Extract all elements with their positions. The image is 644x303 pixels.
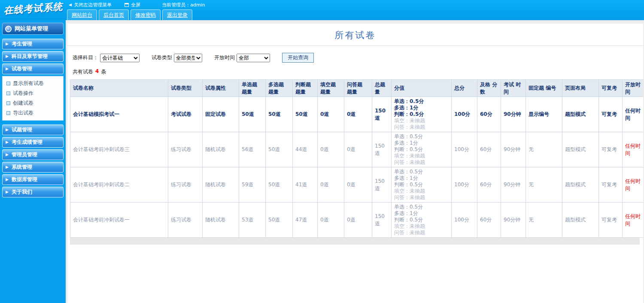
close-left-menu-button[interactable]: ◀ 关闭左边管理菜单 [69, 2, 112, 8]
arrow-icon: ▶ [6, 190, 9, 194]
column-header: 可复考 [599, 80, 623, 97]
cell-attribute: 固定试卷 [203, 97, 239, 132]
sidebar-item[interactable]: ▶系统管理 [2, 162, 64, 173]
cell-multi: 50道 [266, 132, 293, 167]
sidebar-menu: ▶考生管理▶科目及章节管理▶试卷管理显示所有试卷试卷操作创建试卷导出试卷▶试题管… [0, 39, 66, 197]
column-header: 试卷名称 [70, 80, 168, 97]
subject-select[interactable]: 会计基础 [100, 54, 140, 62]
score-line: 问答：未抽题 [394, 124, 449, 130]
arrow-icon: ▶ [6, 55, 9, 58]
cell-single: 59道 [239, 167, 266, 203]
column-header: 考试 时间 [501, 80, 526, 97]
column-header: 问答题 题量 [344, 80, 372, 97]
topbar: 在线考试系统 ◀ 关闭左边管理菜单 全屏 当前管理员：admin 网站前台后台首… [0, 0, 644, 20]
column-header: 试卷类型 [168, 80, 203, 97]
column-header: 试卷属性 [203, 80, 239, 97]
table-row: 会计基础考前冲刺试卷一练习试卷随机试卷53道50道47道0道0道150道单选：0… [70, 203, 644, 238]
cell-multi: 50道 [266, 203, 293, 238]
cell-fixed-number: 无 [526, 167, 562, 203]
cell-total-score: 100分 [452, 167, 477, 203]
result-count: 共有试卷 4 条 [67, 63, 643, 77]
sidebar-item[interactable]: ▶数据库管理 [2, 174, 64, 185]
cell-layout: 题型模式 [562, 97, 599, 132]
sidebar-subitem-label: 试卷操作 [13, 90, 33, 97]
cell-total: 150道 [372, 167, 392, 203]
column-header: 多选题 题量 [266, 80, 293, 97]
sidebar-subitem[interactable]: 创建试卷 [4, 98, 62, 108]
globe-icon [5, 26, 12, 32]
close-left-menu-label: 关闭左边管理菜单 [74, 2, 112, 8]
cell-type: 练习试卷 [168, 167, 203, 203]
table-footer-bar [70, 238, 640, 245]
cell-score: 单选：0.5分多选：1分判断：0.5分填空：未抽题问答：未抽题 [392, 132, 452, 167]
time-filter-label: 开放时间 [214, 54, 235, 61]
sidebar-subitem[interactable]: 导出试卷 [4, 108, 62, 118]
cell-multi: 50道 [266, 97, 293, 132]
search-button[interactable]: 开始查询 [282, 53, 314, 63]
cell-retake: 可复考 [599, 167, 623, 203]
cell-essay: 0道 [344, 167, 372, 203]
open-time-select[interactable]: 全部 [237, 54, 270, 62]
cell-essay: 0道 [344, 132, 372, 167]
page-title: 所有试卷 [335, 30, 376, 40]
cell-pass-score: 60分 [477, 132, 501, 167]
cell-pass-score: 60分 [477, 167, 501, 203]
column-header: 填空题 题量 [318, 80, 344, 97]
arrow-icon: ▶ [6, 153, 9, 157]
cell-judge: 50道 [293, 97, 318, 132]
cell-retake: 可复考 [599, 203, 623, 238]
topbar-actions: ◀ 关闭左边管理菜单 全屏 当前管理员：admin [0, 0, 644, 9]
grid-icon [6, 101, 10, 105]
nav-tab[interactable]: 网站前台 [67, 9, 97, 20]
cell-duration: 90分钟 [501, 132, 526, 167]
sidebar-item-label: 数据库管理 [12, 176, 37, 183]
content-box: 所有试卷 选择科目： 会计基础 试卷类型 全部类型 开放时间 全部 开始查询 共… [67, 24, 643, 303]
sidebar-item[interactable]: ▶考生管理 [2, 39, 64, 49]
column-header: 总分 [452, 80, 477, 97]
column-header: 页面布局 [562, 80, 599, 97]
sidebar-item-label: 试题管理 [12, 126, 32, 133]
sidebar-item[interactable]: ▶科目及章节管理 [2, 51, 64, 62]
filter-bar: 选择科目： 会计基础 试卷类型 全部类型 开放时间 全部 开始查询 [67, 46, 643, 63]
nav-tab[interactable]: 退出登录 [162, 9, 192, 20]
cell-duration: 90分钟 [501, 167, 526, 203]
sidebar-item[interactable]: ▶管理员管理 [2, 149, 64, 160]
sidebar-item[interactable]: ▶考生成绩管理 [2, 137, 64, 148]
cell-open-time: 任何时间 [623, 132, 644, 167]
arrow-icon: ▶ [6, 140, 9, 144]
cell-total: 150道 [372, 132, 392, 167]
score-line: 单选：0.5分 [394, 204, 449, 210]
sidebar-item-label: 关于我们 [12, 188, 32, 196]
sidebar-item[interactable]: ▶试题管理 [2, 124, 64, 135]
paper-type-select[interactable]: 全部类型 [174, 54, 202, 62]
fullscreen-button[interactable]: 全屏 [125, 2, 140, 8]
cell-open-time: 任何时间 [623, 97, 644, 132]
cell-layout: 题型模式 [562, 167, 599, 203]
fullscreen-icon [125, 3, 129, 7]
sidebar-item[interactable]: ▶试卷管理 [2, 64, 64, 74]
cell-pass-score: 60分 [477, 97, 501, 132]
sidebar-subitem[interactable]: 试卷操作 [4, 88, 62, 98]
cell-attribute: 随机试卷 [203, 167, 239, 203]
arrow-icon: ▶ [6, 42, 9, 46]
sidebar-title: 网站菜单管理 [2, 23, 64, 35]
body-wrap: 网站菜单管理 ▶考生管理▶科目及章节管理▶试卷管理显示所有试卷试卷操作创建试卷导… [0, 20, 644, 303]
nav-tab[interactable]: 后台首页 [99, 9, 129, 20]
cell-multi: 50道 [266, 167, 293, 203]
sidebar-submenu: 显示所有试卷试卷操作创建试卷导出试卷 [2, 76, 64, 121]
subject-filter-label: 选择科目： [73, 54, 98, 61]
collapse-left-icon: ◀ [69, 3, 72, 7]
table-row: 会计基础考前冲刺试卷二练习试卷随机试卷59道50道41道0道0道150道单选：0… [70, 167, 644, 203]
cell-fill: 0道 [318, 167, 344, 203]
result-count-value: 4 [95, 68, 99, 76]
grid-icon [6, 111, 10, 115]
cell-total-score: 100分 [452, 132, 477, 167]
sidebar-subitem[interactable]: 显示所有试卷 [4, 79, 62, 88]
sidebar-item[interactable]: ▶关于我们 [2, 187, 64, 197]
cell-fill: 0道 [318, 97, 344, 132]
arrow-icon: ▶ [6, 128, 9, 132]
cell-total: 150道 [372, 97, 392, 132]
score-line: 多选：1分 [394, 105, 449, 111]
sidebar: 网站菜单管理 ▶考生管理▶科目及章节管理▶试卷管理显示所有试卷试卷操作创建试卷导… [0, 20, 66, 303]
nav-tab[interactable]: 修改密码 [131, 9, 161, 20]
